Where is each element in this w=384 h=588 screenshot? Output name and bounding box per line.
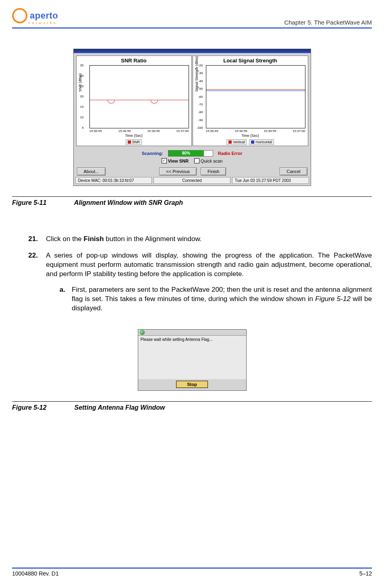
dialog-button-row: Stop (138, 379, 246, 390)
substep-text: First, parameters are sent to the Packet… (72, 285, 372, 313)
substep-a: a. First, parameters are sent to the Pac… (46, 285, 372, 313)
lss-vertical-line (206, 89, 305, 90)
logo: aperto n e t w o r k s (12, 8, 58, 26)
lss-x-axis-label: Time (Sec) (194, 134, 307, 138)
checkbox-icon: ✓ (162, 158, 167, 163)
checkbox-row: ✓View SNR Quick scan (74, 158, 311, 163)
square-icon (228, 140, 232, 144)
view-snr-checkbox[interactable]: ✓View SNR (162, 158, 189, 163)
page-footer: 10004880 Rev. D1 5–12 (12, 567, 372, 577)
figure-5-12: Please wait while setting Antenna Flag..… (138, 329, 247, 391)
snr-x-axis-label: Time (Sec) (77, 134, 191, 138)
previous-button[interactable]: << Previous (159, 167, 197, 175)
lss-yticks: -20 -30 -40 -50 -60 -70 -80 -90 -100 (197, 66, 203, 128)
chapter-title: Chapter 5. The PacketWave AIM (284, 19, 372, 26)
figure-5-11-caption: Figure 5-11 Alignment Window with SNR Gr… (12, 199, 372, 206)
scanning-label: Scanning: (142, 151, 163, 156)
dialog-body: Please wait while setting Antenna Flag..… (138, 335, 246, 379)
step-22: 22. A series of pop-up windows will disp… (12, 251, 372, 313)
lss-plot: -20 -30 -40 -50 -60 -70 -80 -90 -100 (206, 65, 305, 128)
snr-dip (151, 100, 158, 103)
status-timestamp: Tue Jun 03 15:27:59 PDT 2003 (232, 177, 309, 184)
substep-number: a. (46, 285, 72, 313)
figure-5-11: SNR Ratio SNR (dBm) 35 30 25 20 15 10 5 (73, 49, 311, 186)
snr-plot: 35 30 25 20 15 10 5 (89, 65, 189, 128)
dialog-titlebar (138, 330, 246, 335)
lss-xticks: 15:36:45 15:36:50 15:36:55 15:37:00 (206, 129, 305, 133)
status-dot-icon (140, 330, 145, 335)
figure-5-12-caption: Figure 5-12 Setting Antenna Flag Window (12, 404, 372, 411)
scan-status-row: Scanning: 80% Radio Error (74, 150, 311, 157)
step-number: 22. (12, 251, 46, 313)
status-connection: Connected (154, 177, 230, 184)
step-number: 21. (12, 235, 46, 244)
figure-divider (12, 401, 372, 402)
snr-chart-title: SNR Ratio (77, 58, 191, 64)
lss-legend: Vertical Horizontal (194, 139, 307, 145)
checkbox-icon (194, 158, 199, 163)
legend-vertical: Vertical (226, 139, 247, 145)
footer-right: 5–12 (359, 570, 372, 577)
step-text: Click on the Finish button in the Alignm… (46, 235, 372, 244)
legend-snr: SNR (126, 139, 142, 145)
status-mac: Device MAC: 00:01:3b:10:fd:07 (75, 177, 152, 184)
cancel-button[interactable]: Cancel (280, 167, 307, 175)
figure-divider (12, 196, 372, 197)
finish-button[interactable]: Finish (201, 167, 226, 175)
step-text: A series of pop-up windows will display,… (46, 251, 372, 313)
about-button[interactable]: About... (77, 167, 106, 175)
quick-scan-checkbox[interactable]: Quick scan (194, 158, 222, 163)
status-bar: Device MAC: 00:01:3b:10:fd:07 Connected … (74, 177, 311, 186)
antenna-flag-dialog: Please wait while setting Antenna Flag..… (138, 329, 247, 391)
instruction-steps: 21. Click on the Finish button in the Al… (12, 235, 372, 313)
square-icon (128, 140, 131, 144)
snr-yticks: 35 30 25 20 15 10 5 (80, 66, 84, 128)
snr-data-line (90, 100, 189, 100)
radio-error-label: Radio Error (218, 151, 243, 156)
scan-progress-bar: 80% (168, 151, 204, 156)
snr-dip (108, 100, 115, 103)
logo-icon (12, 8, 27, 23)
snr-xticks: 15:36:45 15:36:50 15:36:55 15:37:00 (89, 129, 189, 133)
lss-chart-title: Local Signal Strength (194, 58, 307, 64)
lss-chart-panel: Local Signal Strength Signal Strength (d… (193, 56, 308, 146)
logo-subtext: n e t w o r k s (28, 21, 58, 25)
stop-button[interactable]: Stop (176, 381, 208, 388)
square-icon (251, 140, 254, 144)
button-row: About... << Previous Finish Cancel (74, 166, 311, 177)
logo-text: aperto (30, 10, 58, 21)
scan-progress: 80% (168, 150, 213, 157)
alignment-window: SNR Ratio SNR (dBm) 35 30 25 20 15 10 5 (73, 49, 311, 186)
page-header: aperto n e t w o r k s Chapter 5. The Pa… (12, 7, 372, 29)
snr-legend: SNR (77, 139, 191, 145)
footer-left: 10004880 Rev. D1 (12, 570, 59, 577)
window-titlebar (74, 49, 311, 53)
snr-chart-panel: SNR Ratio SNR (dBm) 35 30 25 20 15 10 5 (76, 56, 192, 146)
legend-horizontal: Horizontal (249, 139, 274, 145)
dialog-message: Please wait while setting Antenna Flag..… (141, 337, 213, 342)
step-21: 21. Click on the Finish button in the Al… (12, 235, 372, 244)
lss-horizontal-line (206, 91, 305, 91)
